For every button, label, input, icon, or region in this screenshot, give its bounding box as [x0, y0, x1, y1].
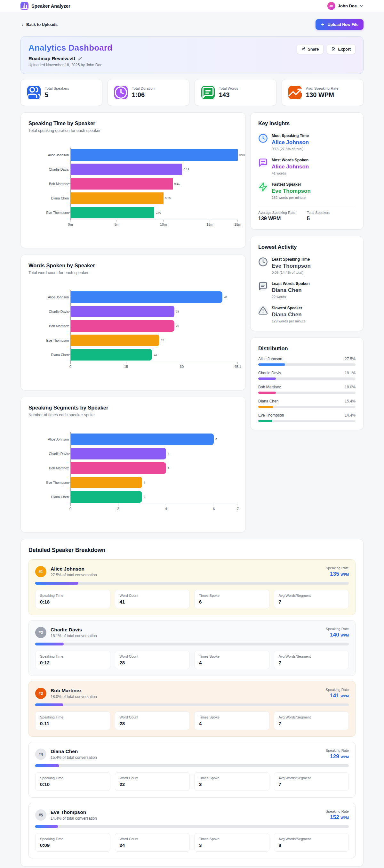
edit-pencil-icon[interactable]	[78, 56, 82, 61]
upload-new-file-button[interactable]: Upload New File	[316, 19, 363, 30]
speaker-stats: Speaking Time0:09Word Count24Times Spoke…	[35, 833, 349, 852]
rank-badge: #4	[35, 749, 46, 760]
distribution-speaker: Charlie Davis	[258, 371, 281, 375]
speaking-rate-value: 141	[330, 692, 339, 699]
distribution-fill	[258, 420, 272, 422]
bar-value-label: 4	[168, 466, 169, 470]
stat-card: Avg. Speaking Rate 130 WPM	[282, 79, 363, 106]
x-axis-tick: 0	[69, 362, 71, 369]
bar-value-label: 3	[144, 495, 145, 498]
speaker-progress-fill	[35, 764, 59, 767]
y-axis-label: Eve Thompson	[29, 211, 69, 215]
stat-value: 5	[45, 91, 69, 99]
speaker-share: 18.0% of total conversation	[51, 694, 97, 699]
speaker-stat-box: Word Count28	[115, 711, 190, 730]
speaker-name: Alice Johnson	[51, 566, 97, 572]
x-axis-tick: 2	[117, 504, 119, 511]
speaker-card: #3 Bob Martinez 18.0% of total conversat…	[29, 681, 355, 737]
lowest-activity-items: Least Speaking Time Eve Thompson 0:09 (1…	[258, 257, 355, 323]
toolbar: Back to Uploads Upload New File	[21, 19, 363, 30]
bar-value-label: 0:09	[156, 211, 162, 214]
key-insights-items: Most Speaking Time Alice Johnson 0:18 (2…	[258, 133, 355, 199]
speaking-rate-label: Speaking Rate	[326, 809, 349, 813]
y-axis-label: Eve Thompson	[29, 480, 69, 485]
x-axis-tick: 18m	[234, 220, 241, 226]
chevron-left-icon	[21, 23, 24, 27]
bar	[70, 349, 152, 361]
speaker-stat-box: Word Count28	[115, 651, 190, 669]
speaker-card: #4 Diana Chen 15.4% of total conversatio…	[29, 742, 355, 798]
insight-label: Slowest Speaker	[272, 306, 306, 310]
insight-label: Fastest Speaker	[272, 182, 311, 187]
speaker-stat-box: Times Spoke4	[194, 651, 269, 669]
bar-chart: Alice Johnson0:18Charlie Davis0:12Bob Ma…	[29, 148, 238, 229]
y-axis-label: Alice Johnson	[29, 153, 69, 157]
speaker-progress-track	[35, 825, 349, 828]
back-label: Back to Uploads	[26, 23, 58, 27]
insight-item: Least Words Spoken Diana Chen 22 words	[258, 281, 355, 299]
key-insights-panel: Key Insights Most Speaking Time Alice Jo…	[250, 113, 363, 229]
export-button[interactable]: Export	[327, 44, 355, 54]
insight-detail: 0:18 (27.5% of total)	[272, 147, 309, 151]
upload-label: Upload New File	[327, 23, 358, 27]
x-axis: 0m5m10m15m18m	[70, 220, 238, 229]
speaker-stats: Speaking Time0:11Word Count28Times Spoke…	[35, 711, 349, 730]
y-axis-label: Bob Martinez	[29, 182, 69, 186]
bar-value-label: 0:11	[174, 182, 180, 185]
chart-row: Eve Thompson0:09	[29, 205, 238, 220]
clock-icon	[258, 133, 268, 143]
speaker-name: Diana Chen	[51, 749, 97, 754]
bar	[70, 448, 166, 460]
insight-label: Least Speaking Time	[272, 257, 311, 261]
speaking-rate-unit: WPM	[341, 572, 349, 576]
chart-row: Alice Johnson0:18	[29, 148, 238, 162]
distribution-pct: 15.4%	[345, 399, 355, 403]
insight-speaker-name: Eve Thompson	[272, 188, 311, 194]
bar	[70, 306, 174, 317]
back-to-uploads-link[interactable]: Back to Uploads	[21, 23, 58, 27]
plus-icon	[321, 23, 325, 27]
x-axis-tick: 5m	[115, 220, 119, 226]
message-icon	[258, 158, 268, 167]
insight-item: Most Speaking Time Alice Johnson 0:18 (2…	[258, 133, 355, 151]
distribution-speaker: Eve Thompson	[258, 413, 284, 417]
chart-row: Charlie Davis0:12	[29, 162, 238, 177]
speaker-progress-fill	[35, 582, 78, 585]
speaker-share: 15.4% of total conversation	[51, 755, 97, 760]
speaker-stat-box: Avg Words/Segment7	[274, 772, 349, 791]
speaker-share: 14.4% of total conversation	[51, 816, 97, 820]
chart-title: Speaking Segments by Speaker	[29, 405, 238, 411]
speaker-stat-box: Speaking Time0:09	[35, 833, 110, 852]
speaker-stat-box: Word Count41	[115, 590, 190, 608]
export-file-icon	[331, 47, 336, 51]
y-axis-label: Charlie Davis	[29, 167, 69, 171]
stat-value: 143	[219, 91, 238, 99]
speaker-progress-track	[35, 704, 349, 706]
speaker-stat-box: Times Spoke3	[194, 833, 269, 852]
bar	[70, 434, 214, 445]
chart-row: Bob Martinez28	[29, 318, 238, 333]
speaker-stat-box: Times Spoke4	[194, 711, 269, 730]
share-button[interactable]: Share	[297, 44, 324, 54]
stat-card: Total Duration 1:06	[107, 79, 189, 106]
analytics-hero-card: Analytics Dashboard Roadmap Review.vtt U…	[21, 36, 363, 74]
distribution-pct: 27.5%	[345, 357, 355, 361]
bar-value-label: 0:10	[165, 196, 171, 200]
lowest-activity-title: Lowest Activity	[258, 244, 355, 250]
insight-speaker-name: Alice Johnson	[272, 164, 309, 170]
user-menu[interactable]: JD John Doe	[327, 2, 363, 10]
speaker-stat-box: Times Spoke3	[194, 772, 269, 791]
bar	[70, 149, 238, 161]
speaker-stats: Speaking Time0:12Word Count28Times Spoke…	[35, 651, 349, 669]
stat-value: 130 WPM	[306, 91, 338, 99]
distribution-track	[258, 363, 355, 366]
speaker-share: 27.5% of total conversation	[51, 573, 97, 577]
rank-badge: #3	[35, 688, 46, 699]
zap-icon	[258, 182, 268, 192]
speaker-name: Eve Thompson	[51, 809, 97, 815]
bar-value-label: 22	[154, 353, 157, 356]
message-icon	[201, 86, 215, 99]
page-title: Analytics Dashboard	[29, 43, 112, 53]
insight-speaker-name: Diana Chen	[272, 287, 310, 293]
distribution-row: Eve Thompson 14.4%	[258, 413, 355, 422]
